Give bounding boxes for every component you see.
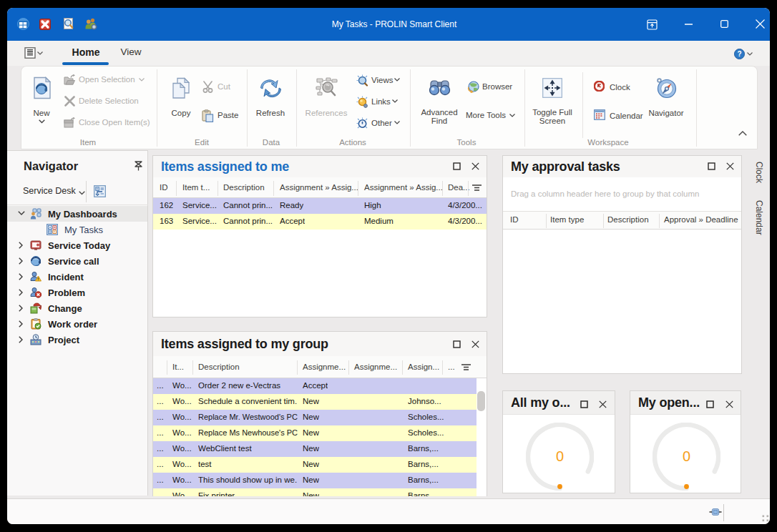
- svg-text:0: 0: [556, 448, 564, 464]
- svg-text:?: ?: [737, 50, 741, 58]
- svg-text:0: 0: [683, 448, 690, 464]
